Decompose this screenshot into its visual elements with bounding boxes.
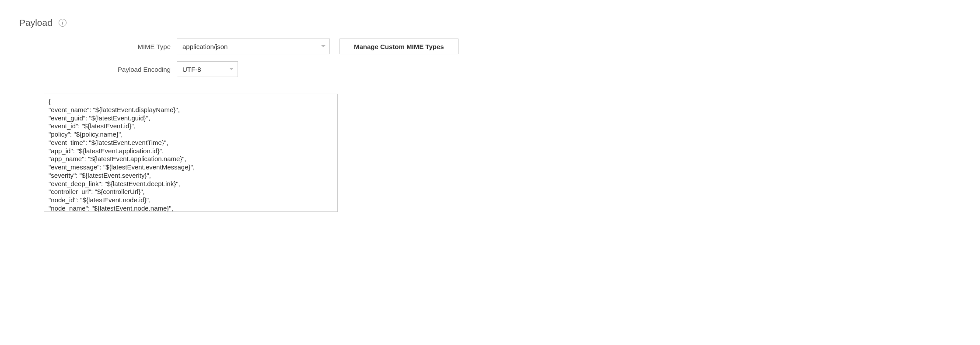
mime-type-select[interactable]: application/json xyxy=(177,39,330,54)
payload-encoding-row: Payload Encoding UTF-8 xyxy=(19,61,980,77)
payload-encoding-select[interactable]: UTF-8 xyxy=(177,61,238,77)
mime-type-value: application/json xyxy=(182,43,228,50)
section-header: Payload i xyxy=(19,18,980,28)
section-title: Payload xyxy=(19,18,52,28)
payload-encoding-label: Payload Encoding xyxy=(19,66,177,73)
mime-type-label: MIME Type xyxy=(19,43,177,50)
mime-type-row: MIME Type application/json Manage Custom… xyxy=(19,39,980,54)
info-icon[interactable]: i xyxy=(59,19,66,27)
manage-mime-types-button[interactable]: Manage Custom MIME Types xyxy=(340,39,458,54)
payload-encoding-value: UTF-8 xyxy=(182,66,201,73)
payload-textarea[interactable] xyxy=(44,94,338,212)
payload-body-container xyxy=(44,94,338,213)
